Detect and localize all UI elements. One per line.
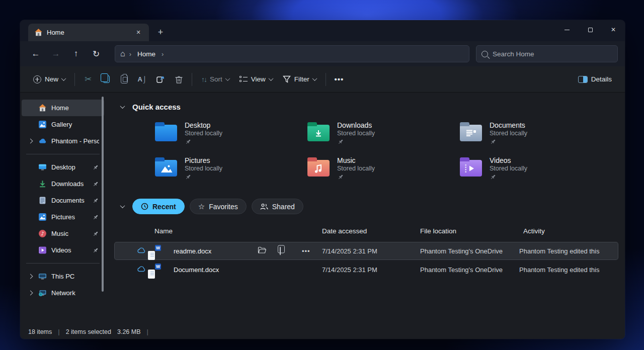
table-row-readme[interactable]: W readme.docx ••• 7/14/2025 2:31 PM Phan… (115, 242, 618, 259)
collapse-chevron-icon[interactable] (120, 203, 125, 208)
row-more-options[interactable]: ••• (302, 247, 310, 255)
filter-button[interactable]: Filter (278, 70, 321, 89)
tile-downloads[interactable]: Downloads Stored locally (307, 120, 460, 150)
view-button-label: View (251, 75, 266, 83)
recent-section-header: Recent ☆ Favorites Shared (106, 199, 625, 214)
close-button[interactable]: ✕ (602, 20, 625, 39)
pin-icon (92, 197, 99, 204)
tile-subtitle: Stored locally (185, 130, 222, 137)
sidebar-item-videos[interactable]: Videos (22, 242, 104, 258)
tile-pictures[interactable]: Pictures Stored locally (155, 155, 307, 186)
rename-button[interactable]: A⌡ (133, 70, 151, 89)
more-options-button[interactable]: ••• (330, 70, 348, 89)
forward-button[interactable]: → (46, 45, 65, 62)
sidebar-item-label: Music (51, 230, 92, 237)
sidebar-item-desktop[interactable]: Desktop (22, 159, 104, 176)
scissors-icon: ✂ (85, 74, 92, 84)
pin-icon (92, 214, 99, 221)
sidebar-item-label: Gallery (51, 121, 99, 128)
tile-name: Documents (490, 121, 527, 129)
cut-button[interactable]: ✂ (79, 70, 97, 89)
address-bar[interactable]: ⌂ › Home › (115, 45, 469, 62)
tile-desktop[interactable]: Desktop Stored locally (155, 120, 307, 150)
breadcrumb-home[interactable]: Home (135, 50, 157, 58)
tab-strip: Home ✕ + ✕ (20, 20, 625, 41)
chevron-right-icon[interactable] (28, 139, 33, 144)
maximize-button[interactable] (579, 20, 602, 39)
file-date-accessed: 7/14/2025 2:31 PM (322, 266, 377, 274)
tab-recent[interactable]: Recent (132, 199, 185, 214)
filter-button-label: Filter (294, 75, 309, 83)
open-location-button[interactable] (258, 247, 266, 255)
tile-name: Downloads (337, 121, 375, 129)
sidebar-item-documents[interactable]: Documents (22, 192, 104, 209)
breadcrumb-chevron-icon[interactable]: › (162, 50, 164, 58)
table-row-document[interactable]: W Document.docx 7/14/2025 2:31 PM Phanto… (115, 261, 618, 278)
pin-icon (185, 138, 192, 145)
refresh-button[interactable]: ↻ (87, 45, 106, 62)
column-header-date-accessed[interactable]: Date accessed (322, 227, 367, 235)
tile-subtitle: Stored locally (185, 165, 222, 172)
column-header-activity[interactable]: Activity (523, 227, 545, 235)
tile-videos[interactable]: Videos Stored locally (460, 155, 612, 186)
back-button[interactable]: ← (26, 45, 45, 62)
chevron-down-icon (61, 76, 66, 81)
share-button[interactable] (151, 70, 170, 89)
tab-shared[interactable]: Shared (252, 199, 303, 214)
file-name: readme.docx (174, 247, 211, 255)
sidebar-item-gallery[interactable]: Gallery (22, 116, 104, 133)
svg-text:♪: ♪ (41, 231, 44, 236)
paste-button[interactable] (115, 70, 133, 89)
details-button-label: Details (591, 75, 612, 83)
rename-icon: A⌡ (137, 75, 147, 83)
status-bar: 18 items | 2 items selected 3.26 MB | (20, 324, 625, 339)
chevron-down-icon (225, 76, 230, 81)
chevron-right-icon[interactable] (28, 291, 33, 296)
column-header-name[interactable]: Name (154, 227, 173, 235)
tab-home[interactable]: Home ✕ (28, 24, 149, 41)
sidebar-scrollbar[interactable] (102, 97, 104, 292)
sidebar-item-onedrive[interactable]: Phantom - Persc (22, 133, 104, 149)
details-button[interactable]: Details (573, 70, 617, 89)
videos-icon (38, 246, 47, 255)
search-box[interactable]: Search Home (476, 45, 618, 62)
videos-folder-icon (460, 160, 482, 177)
new-button[interactable]: New (28, 70, 70, 89)
up-button[interactable]: ↑ (66, 45, 86, 62)
tile-subtitle: Stored locally (337, 130, 375, 137)
desktop-folder-icon (155, 125, 177, 141)
pin-icon (337, 138, 344, 145)
toolbar-divider (74, 73, 75, 86)
breadcrumb-home-icon[interactable]: ⌂ (120, 50, 125, 58)
copy-button[interactable] (97, 70, 115, 89)
copy-icon (103, 75, 110, 83)
tab-close-icon[interactable]: ✕ (133, 27, 144, 38)
sidebar-item-network[interactable]: Network (22, 285, 104, 301)
sidebar-item-label: Desktop (51, 163, 92, 171)
chevron-right-icon[interactable] (28, 274, 33, 279)
sidebar-item-home[interactable]: Home (22, 100, 104, 116)
column-header-file-location[interactable]: File location (420, 227, 456, 235)
sort-button[interactable]: ↑↓ Sort (196, 70, 234, 89)
pin-icon (92, 247, 99, 254)
copy-action-icon[interactable] (280, 247, 281, 255)
pin-icon (92, 164, 99, 171)
collapse-chevron-icon[interactable] (120, 104, 125, 109)
tile-documents[interactable]: Documents Stored locally (460, 120, 612, 150)
view-button[interactable]: View (234, 70, 278, 89)
breadcrumb-chevron-icon: › (129, 50, 131, 58)
sidebar-item-downloads[interactable]: Downloads (22, 176, 104, 192)
pin-icon (92, 230, 99, 237)
new-tab-button[interactable]: + (153, 25, 168, 40)
tab-favorites[interactable]: ☆ Favorites (190, 199, 247, 214)
sidebar-item-label: Phantom - Persc (51, 137, 99, 145)
items-count: 18 items (28, 328, 52, 335)
sidebar-item-pictures[interactable]: Pictures (22, 209, 104, 225)
minimize-button[interactable] (555, 20, 579, 39)
tile-music[interactable]: Music Stored locally (307, 155, 460, 186)
delete-button[interactable] (170, 70, 188, 89)
pin-icon (490, 138, 497, 145)
music-icon: ♪ (38, 229, 47, 238)
sidebar-item-this-pc[interactable]: This PC (22, 268, 104, 285)
sidebar-item-music[interactable]: ♪ Music (22, 225, 104, 242)
